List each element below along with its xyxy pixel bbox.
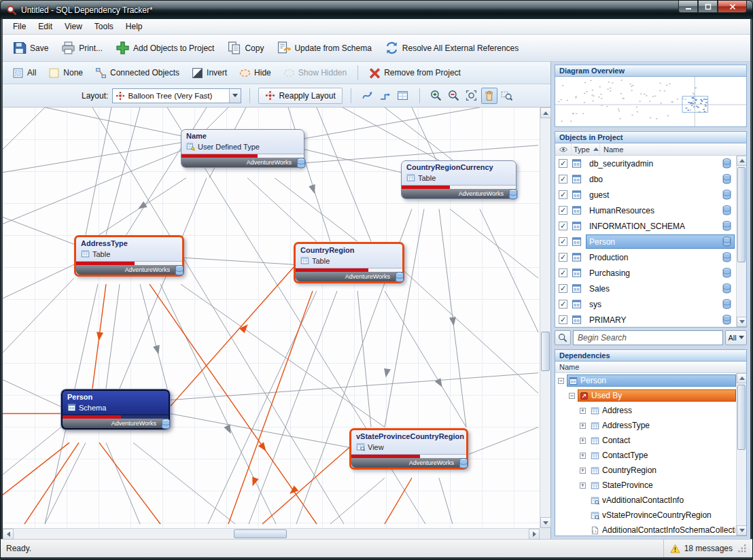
dependency-row-additionalcontactinfoschemacollection[interactable]: AdditionalContactInfoSchemaCollection bbox=[555, 523, 736, 536]
dropdown-arrow-icon[interactable] bbox=[229, 89, 241, 103]
minimize-button[interactable] bbox=[678, 1, 698, 13]
menu-help[interactable]: Help bbox=[120, 20, 149, 33]
object-row-sys[interactable]: ✓sys bbox=[555, 296, 736, 312]
diagram-node-vStateProvinceCountryRegion[interactable]: vStateProvinceCountryRegionViewAdventure… bbox=[349, 428, 468, 470]
scroll-up-button[interactable] bbox=[540, 107, 551, 118]
messages-button[interactable]: 18 messages bbox=[663, 540, 733, 557]
expand-toggle[interactable]: + bbox=[580, 423, 586, 429]
object-visible-checkbox[interactable]: ✓ bbox=[559, 206, 567, 215]
search-scope-all-button[interactable]: All bbox=[725, 330, 747, 345]
visibility-column-header[interactable] bbox=[555, 143, 572, 155]
print-button[interactable]: Print... bbox=[56, 37, 108, 58]
dependency-row-used-by[interactable]: −Used By bbox=[555, 388, 736, 403]
diagram-overview-minimap[interactable] bbox=[555, 77, 747, 127]
objects-scroll-thumb[interactable] bbox=[737, 167, 746, 262]
object-visible-checkbox[interactable]: ✓ bbox=[559, 222, 567, 230]
collapse-toggle[interactable]: − bbox=[569, 393, 575, 399]
dependency-row-vstateprovincecountryregion[interactable]: vStateProvinceCountryRegion bbox=[555, 508, 736, 523]
expand-toggle[interactable]: + bbox=[580, 468, 586, 474]
select-all-button[interactable]: All bbox=[7, 64, 41, 82]
save-button[interactable]: Save bbox=[7, 37, 54, 58]
object-visible-checkbox[interactable]: ✓ bbox=[559, 159, 567, 168]
maximize-button[interactable] bbox=[698, 1, 718, 13]
object-row-PRIMARY[interactable]: ✓PRIMARY bbox=[555, 312, 736, 328]
object-row-HumanResources[interactable]: ✓HumanResources bbox=[555, 203, 736, 218]
resize-grip[interactable] bbox=[738, 544, 747, 553]
zoom-region-button[interactable] bbox=[499, 88, 515, 104]
dependency-row-countryregion[interactable]: +CountryRegion bbox=[555, 463, 736, 478]
scroll-up-button[interactable] bbox=[737, 156, 747, 166]
expand-toggle[interactable]: + bbox=[580, 438, 586, 444]
zoom-out-button[interactable] bbox=[446, 88, 462, 104]
menu-tools[interactable]: Tools bbox=[88, 20, 120, 33]
reapply-layout-button[interactable]: Reapply Layout bbox=[258, 88, 342, 104]
menu-edit[interactable]: Edit bbox=[32, 20, 58, 33]
scroll-down-button[interactable] bbox=[737, 525, 747, 536]
object-visible-checkbox[interactable]: ✓ bbox=[559, 315, 567, 324]
update-from-schema-button[interactable]: Update from Schema bbox=[271, 37, 376, 58]
invert-selection-button[interactable]: Invert bbox=[186, 64, 232, 82]
edge-style-straight-button[interactable] bbox=[377, 88, 393, 104]
object-visible-checkbox[interactable]: ✓ bbox=[559, 237, 567, 246]
copy-button[interactable]: Copy bbox=[222, 37, 269, 58]
canvas-horizontal-scrollbar[interactable] bbox=[3, 528, 540, 539]
expand-toggle[interactable]: + bbox=[580, 453, 586, 459]
object-visible-checkbox[interactable]: ✓ bbox=[559, 300, 567, 309]
resolve-external-references-button[interactable]: Resolve All External References bbox=[379, 37, 524, 58]
dependency-row-person[interactable]: −Person bbox=[555, 373, 736, 388]
dependency-row-address[interactable]: +Address bbox=[555, 403, 736, 418]
search-input[interactable] bbox=[573, 330, 723, 345]
remove-from-project-button[interactable]: Remove from Project bbox=[364, 64, 466, 82]
diagram-node-AddressType[interactable]: AddressTypeTableAdventureWorks bbox=[74, 235, 184, 277]
scroll-up-button[interactable] bbox=[737, 373, 747, 383]
menu-view[interactable]: View bbox=[58, 20, 88, 33]
object-row-Sales[interactable]: ✓Sales bbox=[555, 281, 736, 296]
name-column-header[interactable]: Name bbox=[600, 145, 746, 154]
scroll-down-button[interactable] bbox=[737, 317, 747, 327]
dependency-row-contacttype[interactable]: +ContactType bbox=[555, 448, 736, 463]
collapse-toggle[interactable]: − bbox=[558, 378, 564, 384]
object-visible-checkbox[interactable]: ✓ bbox=[559, 175, 567, 183]
select-none-button[interactable]: None bbox=[43, 64, 88, 82]
hide-button[interactable]: Hide bbox=[234, 64, 277, 82]
object-row-db_securityadmin[interactable]: ✓db_securityadmin bbox=[555, 156, 736, 171]
horizontal-scroll-thumb[interactable] bbox=[234, 529, 287, 538]
dependency-row-contact[interactable]: +Contact bbox=[555, 433, 736, 448]
diagram-node-CountryRegionCurrency[interactable]: CountryRegionCurrencyTableAdventureWorks bbox=[401, 160, 516, 199]
dependency-row-stateprovince[interactable]: +StateProvince bbox=[555, 478, 736, 493]
object-visible-checkbox[interactable]: ✓ bbox=[559, 284, 567, 293]
scroll-right-button[interactable] bbox=[529, 529, 540, 540]
connected-objects-button[interactable]: Connected Objects bbox=[90, 64, 185, 82]
search-button[interactable] bbox=[555, 330, 571, 345]
dependencies-name-column-header[interactable]: Name bbox=[555, 362, 746, 373]
close-button[interactable] bbox=[718, 1, 747, 13]
pan-button[interactable] bbox=[481, 88, 497, 104]
object-visible-checkbox[interactable]: ✓ bbox=[559, 253, 567, 262]
object-row-guest[interactable]: ✓guest bbox=[555, 187, 736, 203]
object-row-Person[interactable]: ✓Person bbox=[555, 234, 736, 249]
type-column-header[interactable]: Type bbox=[572, 143, 600, 155]
dependency-row-addresstype[interactable]: +AddressType bbox=[555, 418, 736, 433]
vertical-scroll-thumb[interactable] bbox=[541, 332, 550, 371]
edge-style-curved-button[interactable] bbox=[360, 88, 376, 104]
menu-file[interactable]: File bbox=[7, 20, 32, 33]
dependencies-scroll-thumb[interactable] bbox=[737, 385, 746, 450]
add-objects-button[interactable]: Add Objects to Project bbox=[110, 37, 220, 58]
scroll-down-button[interactable] bbox=[540, 517, 551, 528]
dependencies-scrollbar[interactable] bbox=[736, 373, 746, 536]
titlebar[interactable]: Untitled - SQL Dependency Tracker* bbox=[1, 1, 752, 19]
object-visible-checkbox[interactable]: ✓ bbox=[559, 268, 567, 277]
canvas-vertical-scrollbar[interactable] bbox=[540, 107, 550, 528]
diagram-canvas[interactable]: NameUser Defined TypeAdventureWorksCount… bbox=[3, 107, 550, 539]
object-row-INFORMATION_SCHEMA[interactable]: ✓INFORMATION_SCHEMA bbox=[555, 218, 736, 234]
expand-toggle[interactable]: + bbox=[580, 483, 586, 489]
grid-view-button[interactable] bbox=[395, 88, 411, 104]
diagram-node-Person[interactable]: PersonSchemaAdventureWorks bbox=[61, 389, 170, 430]
object-row-dbo[interactable]: ✓dbo bbox=[555, 171, 736, 187]
diagram-node-Name[interactable]: NameUser Defined TypeAdventureWorks bbox=[181, 129, 304, 168]
zoom-in-button[interactable] bbox=[428, 88, 444, 104]
diagram-surface[interactable]: NameUser Defined TypeAdventureWorksCount… bbox=[3, 107, 540, 528]
zoom-fit-button[interactable] bbox=[463, 88, 480, 104]
object-row-Production[interactable]: ✓Production bbox=[555, 249, 736, 265]
scroll-left-button[interactable] bbox=[3, 529, 14, 540]
